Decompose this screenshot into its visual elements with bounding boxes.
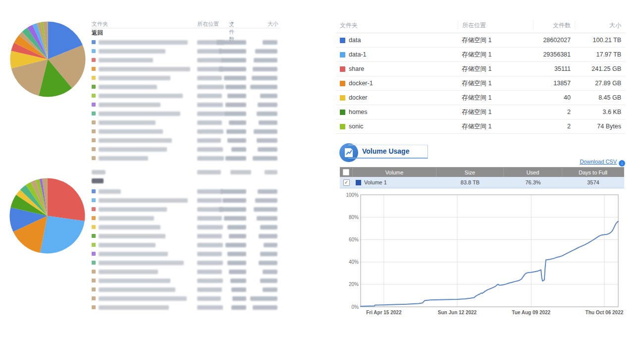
- blurred-folder-row[interactable]: [92, 38, 280, 47]
- blurred-folder-row[interactable]: [92, 214, 280, 223]
- blurred-folder-row[interactable]: [92, 241, 280, 250]
- blurred-size: [255, 49, 277, 54]
- blurred-location: [197, 270, 222, 274]
- shared-folder-row[interactable]: docker-1存储空间 11385727.89 GB: [336, 76, 625, 91]
- folder-size-cell: 27.89 GB: [575, 80, 625, 87]
- blurred-folder-row[interactable]: [92, 145, 280, 154]
- x-axis-tick-label: Fri Apr 15 2022: [366, 310, 402, 315]
- back-label: 返回: [92, 30, 103, 36]
- blurred-folder-name: [99, 252, 168, 256]
- blurred-folder-row[interactable]: [92, 187, 280, 196]
- folder-color-square: [92, 198, 96, 202]
- back-row-blurred[interactable]: [92, 178, 280, 187]
- blurred-folder-name: [99, 112, 180, 116]
- blurred-folder-name: [99, 305, 169, 310]
- blurred-location: [197, 94, 222, 98]
- blurred-folder-name: [99, 189, 121, 194]
- blurred-folder-row[interactable]: [92, 259, 280, 268]
- folder-count-cell: 2: [533, 109, 575, 115]
- blurred-location: [197, 189, 223, 194]
- blurred-folder-row[interactable]: [92, 83, 280, 92]
- blurred-folder-row[interactable]: [92, 65, 280, 74]
- blurred-folder-row[interactable]: [92, 250, 280, 259]
- blurred-header-size: [265, 170, 277, 174]
- folder-size-cell: 241.25 GB: [575, 65, 625, 72]
- column-header-count[interactable]: 文件数: [533, 21, 575, 30]
- blurred-folder-row[interactable]: [92, 92, 280, 101]
- blurred-folder-row[interactable]: [92, 223, 280, 232]
- blurred-count: [227, 252, 246, 256]
- blurred-folder-row[interactable]: [92, 232, 280, 241]
- blurred-folder-rows: [92, 38, 280, 163]
- back-row[interactable]: 返回: [92, 29, 280, 38]
- folder-color-square: [340, 52, 345, 57]
- blurred-folder-row[interactable]: [92, 154, 280, 163]
- shared-folder-row[interactable]: homes存储空间 123.6 KB: [336, 105, 625, 119]
- column-header-location[interactable]: 所在位置: [458, 21, 533, 30]
- column-header-size[interactable]: 大小: [268, 20, 278, 28]
- folder-name: share: [349, 65, 364, 72]
- blurred-count: [224, 76, 246, 80]
- select-all-checkbox[interactable]: [343, 169, 349, 175]
- shared-folder-row[interactable]: data存储空间 128602027100.21 TB: [336, 33, 625, 48]
- blurred-folder-row[interactable]: [92, 285, 280, 294]
- folder-location-cell: 存储空间 1: [458, 51, 533, 59]
- blurred-folder-row[interactable]: [92, 268, 280, 277]
- blurred-location: [197, 58, 223, 62]
- volume-usage-line-chart: 0%20%40%60%80%100%Fri Apr 15 2022Sun Jun…: [340, 191, 626, 319]
- blurred-folder-name: [99, 270, 158, 274]
- download-icon[interactable]: ↓: [619, 160, 625, 167]
- folder-name-cell: data: [336, 37, 458, 44]
- folder-name-cell: docker: [336, 94, 458, 101]
- row-checkbox[interactable]: ✓: [343, 179, 350, 186]
- column-header-size[interactable]: 大小: [575, 21, 625, 30]
- blurred-location: [197, 103, 223, 107]
- blurred-table-header: [92, 170, 280, 177]
- blurred-folder-row[interactable]: [92, 101, 280, 110]
- blurred-count: [219, 67, 246, 71]
- blurred-folder-row[interactable]: [92, 136, 280, 145]
- shared-folder-row[interactable]: data-1存储空间 12935638117.97 TB: [336, 48, 625, 62]
- folder-color-square: [92, 225, 96, 229]
- blurred-folder-row[interactable]: [92, 127, 280, 136]
- blurred-folder-row[interactable]: [92, 74, 280, 83]
- shared-folder-row[interactable]: docker存储空间 1408.45 GB: [336, 91, 625, 105]
- column-header-folder[interactable]: 文件夹: [92, 20, 108, 28]
- folder-list-table-bottom: [92, 170, 280, 312]
- blurred-location: [197, 76, 222, 80]
- folder-size-cell: 8.45 GB: [575, 94, 625, 101]
- blurred-folder-name: [99, 120, 156, 125]
- volume-row[interactable]: ✓ Volume 1 83.8 TB 76.3% 3574: [340, 177, 624, 188]
- folder-location-cell: 存储空间 1: [458, 65, 533, 73]
- blurred-folder-row[interactable]: [92, 205, 280, 214]
- column-header-size[interactable]: Size: [436, 167, 504, 177]
- blurred-folder-row[interactable]: [92, 277, 280, 285]
- folder-color-square: [92, 112, 96, 115]
- folder-color-square: [340, 95, 345, 101]
- download-csv-link[interactable]: Download CSV: [580, 159, 617, 165]
- folder-size-pie-chart-bottom: [9, 178, 85, 254]
- column-header-location[interactable]: 所在位置: [197, 20, 219, 28]
- folder-size-cell: 3.6 KB: [575, 109, 625, 115]
- folder-color-square: [340, 66, 345, 72]
- folder-size-pie-chart-top: [10, 21, 86, 97]
- blurred-folder-row[interactable]: [92, 47, 280, 56]
- column-header-folder[interactable]: 文件夹: [336, 21, 458, 30]
- blurred-location: [197, 198, 222, 203]
- shared-folder-row[interactable]: sonic存储空间 1274 Bytes: [336, 119, 625, 134]
- blurred-folder-row[interactable]: [92, 303, 280, 312]
- blurred-folder-row[interactable]: [92, 56, 280, 65]
- folder-color-square: [92, 243, 96, 247]
- folder-name-cell: homes: [336, 109, 458, 115]
- blurred-location: [197, 129, 223, 134]
- blurred-folder-row[interactable]: [92, 196, 280, 205]
- blurred-folder-row[interactable]: [92, 110, 280, 118]
- blurred-folder-name: [99, 279, 170, 283]
- shared-folder-row[interactable]: share存储空间 135111241.25 GB: [336, 62, 625, 76]
- folder-color-square: [92, 252, 96, 256]
- column-header-volume[interactable]: Volume: [353, 167, 436, 177]
- column-header-days-to-full[interactable]: Days to Full: [562, 167, 624, 177]
- blurred-folder-row[interactable]: [92, 294, 280, 303]
- column-header-used[interactable]: Used: [504, 167, 562, 177]
- blurred-folder-row[interactable]: [92, 118, 280, 127]
